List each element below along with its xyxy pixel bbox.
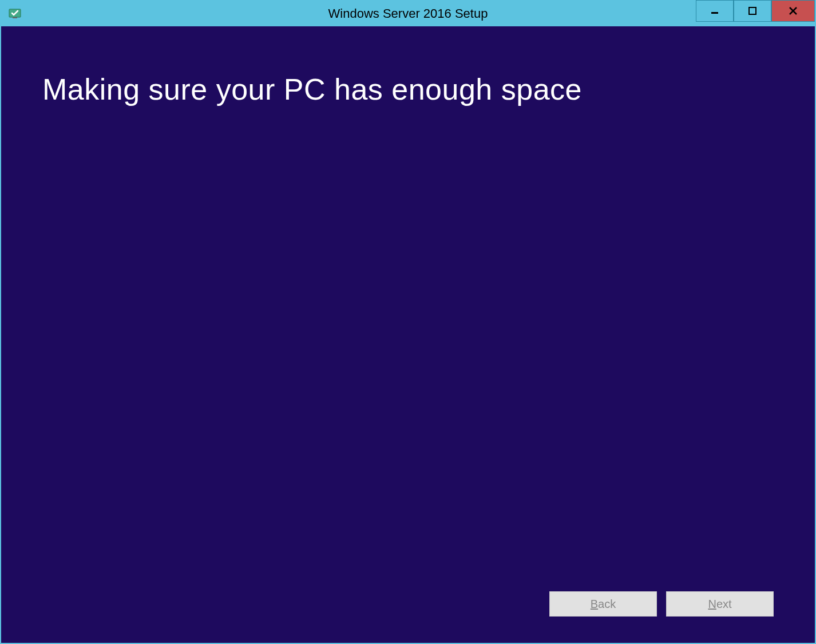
content-area: Making sure your PC has enough space Bac…	[1, 26, 815, 643]
back-label-rest: ack	[598, 598, 616, 610]
titlebar: Windows Server 2016 Setup	[1, 1, 815, 26]
close-icon	[789, 6, 798, 15]
back-accesskey: B	[591, 598, 598, 610]
next-accesskey: N	[708, 598, 716, 610]
next-button[interactable]: Next	[666, 591, 774, 617]
navigation-buttons: Back Next	[549, 591, 774, 617]
window-title: Windows Server 2016 Setup	[328, 6, 488, 21]
close-button[interactable]	[771, 0, 815, 22]
setup-window: Windows Server 2016 Setup Making sure yo	[0, 0, 816, 644]
minimize-button[interactable]	[696, 0, 734, 22]
back-button[interactable]: Back	[549, 591, 657, 617]
svg-rect-2	[711, 12, 718, 14]
svg-rect-1	[13, 17, 17, 18]
setup-icon	[8, 7, 22, 21]
page-heading: Making sure your PC has enough space	[42, 72, 774, 106]
next-label-rest: ext	[716, 598, 732, 610]
maximize-button[interactable]	[734, 0, 771, 22]
svg-rect-3	[749, 7, 756, 14]
window-controls	[696, 1, 815, 26]
minimize-icon	[710, 6, 719, 15]
maximize-icon	[748, 6, 757, 15]
